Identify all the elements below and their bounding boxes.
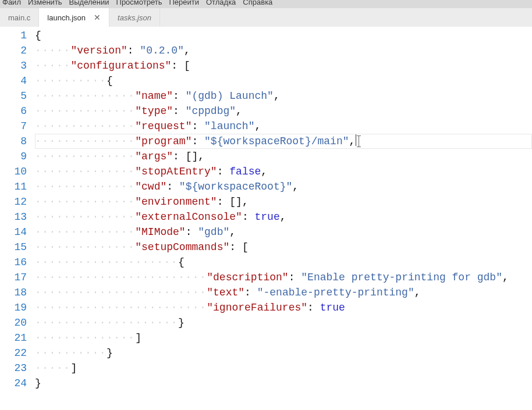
token-key: "environment" [135,196,217,208]
token-punct: { [178,256,185,268]
close-icon[interactable]: ✕ [94,13,101,22]
indent-guides: ························ [35,302,207,313]
indent-guides: ·············· [35,90,135,102]
code-line[interactable]: ··············"environment": [], [35,194,532,209]
indent-guides: ·············· [35,241,135,253]
code-line[interactable]: ························"text": "-enable… [35,285,532,300]
code-line[interactable]: ·····] [35,361,532,376]
tab-label: main.c [8,13,30,22]
line-number: 10 [0,164,27,179]
line-number: 13 [0,209,27,224]
indent-guides: ···················· [35,256,178,268]
code-line[interactable]: ··············"setupCommands": [ [35,240,532,255]
indent-guides: ·············· [35,226,135,238]
token-punct: , [184,45,190,56]
token-punct: , [198,151,204,162]
editor-tab[interactable]: tasks.json [109,8,160,27]
token-key: "cwd" [135,181,166,192]
line-number-gutter: 123456789101112131415161718192021222324 [0,27,35,410]
code-line[interactable]: ····················{ [35,255,532,270]
code-area[interactable]: {·····"version": "0.2.0",·····"configura… [35,27,532,410]
token-punct: : [127,45,140,56]
menu-item[interactable]: Изменить [28,0,62,6]
line-number: 20 [0,315,27,330]
token-punct: , [274,90,280,102]
line-number: 16 [0,255,27,270]
code-line[interactable]: ··············"request": "launch", [35,119,532,134]
code-line[interactable]: } [35,376,532,391]
code-line[interactable]: ··············"externalConsole": true, [35,209,532,224]
code-line[interactable]: ························"description": "… [35,270,532,285]
code-line[interactable]: ··········} [35,345,532,361]
token-key: "program" [135,136,191,147]
line-number: 8 [0,134,27,149]
token-str: "-enable-pretty-printing" [257,287,414,298]
menu-item[interactable]: Справка [243,0,272,6]
menu-item[interactable]: Выделении [69,0,109,6]
token-key: "configurations" [71,60,172,72]
token-punct: : [217,166,230,177]
indent-guides: ·············· [35,105,135,117]
code-line[interactable]: ··············] [35,330,532,345]
code-line[interactable]: ····················} [35,315,532,330]
menubar: ФайлИзменитьВыделенииПросмотретьПерейтиО… [0,0,532,8]
token-punct: { [107,75,113,87]
editor-tab[interactable]: main.c [0,8,39,27]
token-key: "version" [71,45,127,56]
code-line[interactable]: ··········{ [35,73,532,88]
token-punct: : [173,151,186,162]
line-number: 9 [0,149,27,164]
code-line[interactable]: ··············"program": "${workspaceRoo… [35,134,532,149]
menu-item[interactable]: Перейти [169,0,199,6]
menu-item[interactable]: Файл [2,0,21,6]
code-line[interactable]: ··············"stopAtEntry": false, [35,164,532,179]
token-punct: [] [186,151,198,162]
code-line[interactable]: ··············"args": [], [35,149,532,164]
mouse-ibeam-icon [359,136,359,147]
token-punct: : [166,181,179,192]
indent-guides: ························ [35,272,207,283]
token-punct: , [414,287,421,298]
token-key: "ignoreFailures" [207,302,307,313]
token-punct: ] [71,362,77,374]
code-line[interactable]: ··············"name": "(gdb) Launch", [35,88,532,104]
token-punct: : [173,105,186,117]
line-number: 14 [0,224,27,240]
token-key: "name" [135,90,173,102]
line-number: 5 [0,88,27,104]
token-key: "type" [135,105,173,117]
line-number: 18 [0,285,27,300]
code-line[interactable]: ·····"configurations": [ [35,58,532,73]
indent-guides: ····· [35,60,71,72]
line-number: 2 [0,43,27,58]
line-number: 23 [0,361,27,376]
menu-item[interactable]: Отладка [206,0,236,6]
token-str: "${workspaceRoot}/main" [204,136,349,147]
token-kw: true [254,211,279,223]
indent-guides: ·············· [35,211,135,223]
token-key: "request" [135,120,191,132]
line-number: 3 [0,58,27,73]
token-punct: : [173,90,186,102]
token-str: "(gdb) Launch" [186,90,274,102]
code-line[interactable]: ··············"cwd": "${workspaceRoot}", [35,179,532,194]
indent-guides: ·············· [35,120,135,132]
token-key: "text" [207,287,244,298]
code-line[interactable]: ·····"version": "0.2.0", [35,43,532,58]
code-line[interactable]: { [35,28,532,43]
token-punct: : [217,196,230,208]
code-line[interactable]: ························"ignoreFailures"… [35,300,532,315]
token-key: "stopAtEntry" [135,166,217,177]
code-line[interactable]: ··············"MIMode": "gdb", [35,224,532,240]
editor-tab[interactable]: launch.json✕ [39,8,109,27]
code-line[interactable]: ··············"type": "cppdbg", [35,104,532,119]
token-punct: : [289,272,302,283]
menu-item[interactable]: Просмотреть [116,0,162,6]
token-punct: , [280,211,286,223]
token-key: "description" [207,272,288,283]
token-str: "launch" [204,120,254,132]
token-punct: : [186,226,198,238]
line-number: 11 [0,179,27,194]
code-editor[interactable]: 123456789101112131415161718192021222324 … [0,27,532,410]
token-key: "externalConsole" [135,211,242,223]
